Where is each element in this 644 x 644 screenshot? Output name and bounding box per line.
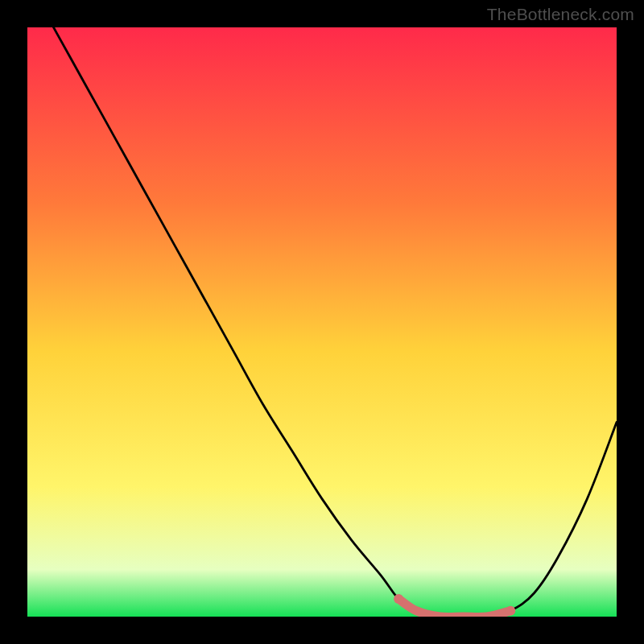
gradient-background — [27, 27, 617, 617]
optimal-band-endpoint-left — [394, 594, 403, 604]
watermark-label: TheBottleneck.com — [487, 5, 634, 24]
optimal-band-endpoint-right — [506, 606, 515, 616]
chart-frame: TheBottleneck.com — [0, 0, 644, 644]
plot-area — [27, 27, 617, 617]
chart-svg — [27, 27, 617, 617]
